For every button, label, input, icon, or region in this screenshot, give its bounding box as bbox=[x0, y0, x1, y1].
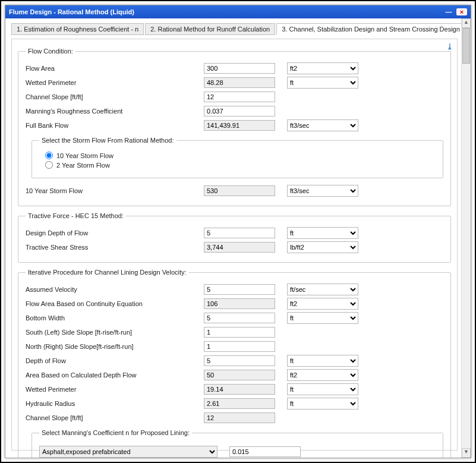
wetted-perimeter-label: Wetted Perimeter bbox=[26, 79, 204, 86]
scroll-down-arrow-icon[interactable]: ▼ bbox=[462, 448, 471, 458]
full-bank-flow-input bbox=[204, 120, 275, 131]
lining-value-input[interactable] bbox=[229, 446, 301, 457]
scroll-track[interactable] bbox=[462, 28, 471, 448]
iter-wetted-perimeter-label: Wetted Perimeter bbox=[26, 386, 204, 393]
hydraulic-radius-input bbox=[204, 398, 275, 409]
north-slope-input[interactable] bbox=[204, 341, 275, 352]
title-bar: Flume Design - Rational Method (Liquid) … bbox=[5, 5, 471, 18]
depth-flow-unit[interactable]: ft bbox=[287, 355, 358, 367]
mannings-n-label: Manning's Roughness Coefficient bbox=[26, 108, 204, 115]
storm-10yr-label: 10 Year Storm Flow bbox=[56, 152, 114, 159]
channel-slope-label: Channel Slope [ft/ft] bbox=[26, 93, 204, 100]
app-window: Flume Design - Rational Method (Liquid) … bbox=[5, 5, 471, 458]
tab-roughness[interactable]: 1. Estimation of Roughness Coefficient -… bbox=[11, 23, 144, 35]
storm-2yr-radio[interactable] bbox=[45, 161, 53, 169]
storm-2yr-label: 2 Year Storm Flow bbox=[56, 162, 110, 169]
bottom-width-input[interactable] bbox=[204, 313, 275, 323]
storm-flow-10-label: 10 Year Storm Flow bbox=[26, 187, 204, 194]
north-slope-label: North (Right) Side Slope[ft-rise/ft-run] bbox=[26, 343, 204, 350]
design-depth-input[interactable] bbox=[204, 228, 275, 238]
flow-area-cont-input bbox=[204, 298, 275, 309]
storm-select-legend: Select the Storm Flow From Rational Meth… bbox=[39, 137, 176, 144]
area-calc-depth-unit[interactable]: ft2 bbox=[287, 369, 358, 381]
flow-condition-legend: Flow Condition: bbox=[26, 48, 75, 55]
depth-flow-label: Depth of Flow bbox=[26, 357, 204, 364]
flow-area-cont-label: Flow Area Based on Continuity Equation bbox=[26, 300, 204, 307]
tab-rational-method[interactable]: 2. Rational Method for Runoff Calculatio… bbox=[145, 23, 275, 35]
flow-area-label: Flow Area bbox=[26, 65, 204, 72]
storm-2yr-option[interactable]: 2 Year Storm Flow bbox=[45, 161, 436, 169]
lining-select[interactable]: Asphalt,exposed prefabricated bbox=[39, 446, 217, 458]
minimize-button[interactable]: — bbox=[443, 8, 454, 15]
bottom-width-label: Bottom Width bbox=[26, 314, 204, 322]
storm-flow-10-unit[interactable]: ft3/sec bbox=[287, 185, 358, 197]
scroll-thumb[interactable] bbox=[462, 28, 470, 64]
storm-select-group: Select the Storm Flow From Rational Meth… bbox=[31, 137, 443, 178]
assumed-velocity-unit[interactable]: ft/sec bbox=[287, 284, 358, 295]
flow-area-cont-unit[interactable]: ft2 bbox=[287, 298, 358, 310]
south-slope-input[interactable] bbox=[204, 327, 275, 338]
iter-wetted-perimeter-unit[interactable]: ft bbox=[287, 383, 358, 395]
vertical-scrollbar[interactable]: ▲ ▼ bbox=[461, 18, 471, 458]
design-depth-unit[interactable]: ft bbox=[287, 227, 358, 239]
download-icon[interactable]: ⤓ bbox=[446, 42, 453, 51]
tab-strip: 1. Estimation of Roughness Coefficient -… bbox=[11, 23, 458, 35]
shear-stress-input bbox=[204, 242, 275, 253]
wetted-perimeter-unit[interactable]: ft bbox=[287, 77, 358, 89]
flow-area-input[interactable] bbox=[204, 63, 275, 74]
window-title: Flume Design - Rational Method (Liquid) bbox=[9, 8, 134, 15]
iter-wetted-perimeter-input bbox=[204, 384, 275, 395]
storm-flow-10-input bbox=[204, 185, 275, 196]
storm-10yr-option[interactable]: 10 Year Storm Flow bbox=[45, 152, 436, 159]
depth-flow-input[interactable] bbox=[204, 355, 275, 366]
iter-channel-slope-input bbox=[204, 412, 275, 423]
tab-panel: ⤓ Flow Condition: Flow Area ft2 Wetted P… bbox=[11, 39, 458, 451]
assumed-velocity-input[interactable] bbox=[204, 284, 275, 295]
wetted-perimeter-input bbox=[204, 77, 275, 88]
storm-10yr-radio[interactable] bbox=[45, 152, 53, 159]
full-bank-flow-label: Full Bank Flow bbox=[26, 122, 204, 129]
hydraulic-radius-unit[interactable]: ft bbox=[287, 398, 358, 410]
iterative-legend: Iterative Procedure for Channel Lining D… bbox=[26, 269, 189, 276]
bottom-width-unit[interactable]: ft bbox=[287, 312, 358, 324]
scroll-up-arrow-icon[interactable]: ▲ bbox=[462, 18, 471, 28]
tractive-force-group: Tractive Force - HEC 15 Method: Design D… bbox=[18, 212, 451, 263]
area-calc-depth-input bbox=[204, 370, 275, 380]
south-slope-label: South (Left) Side Slope [ft-rise/ft-run] bbox=[26, 329, 204, 336]
area-calc-depth-label: Area Based on Calculated Depth Flow bbox=[26, 371, 204, 379]
tab-channel-design[interactable]: 3. Channel, Stabilization Design and Str… bbox=[276, 23, 461, 35]
design-depth-label: Design Depth of Flow bbox=[26, 229, 204, 237]
close-button[interactable]: × bbox=[456, 8, 467, 15]
content-area: 1. Estimation of Roughness Coefficient -… bbox=[5, 18, 461, 458]
tractive-legend: Tractive Force - HEC 15 Method: bbox=[26, 212, 126, 219]
lining-group: Select Manning's Coefficient n for Propo… bbox=[31, 429, 443, 458]
shear-stress-unit[interactable]: lb/ft2 bbox=[287, 241, 358, 253]
flow-condition-group: Flow Condition: Flow Area ft2 Wetted Per… bbox=[18, 48, 451, 206]
lining-legend: Select Manning's Coefficient n for Propo… bbox=[39, 429, 192, 436]
screenshot-frame: Flume Design - Rational Method (Liquid) … bbox=[0, 0, 476, 463]
mannings-n-input[interactable] bbox=[204, 106, 275, 116]
flow-area-unit[interactable]: ft2 bbox=[287, 62, 358, 74]
shear-stress-label: Tractive Shear Stress bbox=[26, 244, 204, 251]
hydraulic-radius-label: Hydraulic Radius bbox=[26, 400, 204, 407]
iterative-group: Iterative Procedure for Channel Lining D… bbox=[18, 269, 451, 458]
channel-slope-input[interactable] bbox=[204, 92, 275, 102]
assumed-velocity-label: Assumed Velocity bbox=[26, 286, 204, 293]
full-bank-flow-unit[interactable]: ft3/sec bbox=[287, 119, 358, 131]
iter-channel-slope-label: Channel Slope [ft/ft] bbox=[26, 414, 204, 421]
window-body: 1. Estimation of Roughness Coefficient -… bbox=[5, 18, 471, 458]
